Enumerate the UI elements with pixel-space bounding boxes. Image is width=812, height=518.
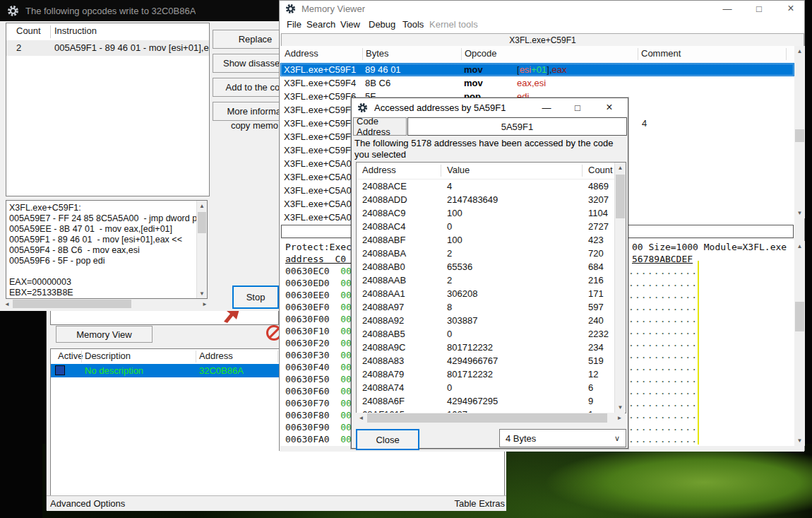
- hex-ascii-row[interactable]: ...........: [628, 326, 698, 336]
- code-address-input[interactable]: 5A59F1: [407, 117, 627, 136]
- menu-kernel-tools[interactable]: Kernel tools: [429, 19, 478, 30]
- dialog-titlebar[interactable]: Accessed addresses by 5A59F1 — □ ×: [352, 98, 628, 117]
- scrollbar-thumb[interactable]: [367, 413, 607, 423]
- menu-file[interactable]: File: [287, 19, 301, 30]
- col-address[interactable]: Address: [362, 165, 396, 175]
- scroll-up-icon[interactable]: ▲: [615, 163, 626, 173]
- hexview-vscrollbar[interactable]: ▲ ▼: [794, 241, 805, 446]
- accessed-row[interactable]: 24088ABF100423: [357, 233, 611, 247]
- maximize-icon[interactable]: □: [748, 1, 770, 16]
- hex-ascii-row[interactable]: ...........: [628, 374, 698, 384]
- accessed-row[interactable]: 24088AB502232: [357, 327, 611, 341]
- col-count[interactable]: Count: [588, 165, 613, 175]
- accessed-row[interactable]: 24088A9C801712232234: [357, 341, 611, 354]
- disassembler-column-header[interactable]: Address Bytes Opcode Comment: [280, 46, 794, 62]
- col-instruction[interactable]: Instruction: [54, 25, 97, 36]
- maximize-icon[interactable]: □: [567, 98, 588, 117]
- hex-ascii-row[interactable]: ...........: [628, 302, 698, 312]
- scroll-left-icon[interactable]: ◄: [356, 413, 366, 423]
- disassembly-info-panel[interactable]: X3FL.exe+C59F1:005A59E7 - FF 24 85 8C5A5…: [6, 200, 208, 299]
- accessed-row[interactable]: 24088AAB2216: [357, 273, 611, 287]
- opcodes-list[interactable]: Count Instruction 2 005A59F1 - 89 46 01 …: [6, 23, 210, 196]
- memory-viewer-titlebar[interactable]: Memory Viewer — □ ×: [280, 1, 804, 16]
- scroll-down-icon[interactable]: ▼: [197, 288, 207, 298]
- scroll-left-icon[interactable]: ◄: [2, 299, 12, 309]
- hex-ascii-row[interactable]: ...........: [628, 362, 698, 372]
- stop-button[interactable]: Stop: [232, 286, 279, 309]
- active-checkbox[interactable]: [55, 365, 65, 375]
- col-active[interactable]: Active: [58, 351, 83, 361]
- memory-view-button[interactable]: Memory View: [56, 326, 153, 343]
- disasm-row[interactable]: X3FL.exe+C59F189 46 01mov[esi+01],eax: [280, 63, 794, 76]
- scrollbar-thumb[interactable]: [616, 175, 625, 218]
- hex-ascii-row[interactable]: ...........: [628, 338, 698, 348]
- scrollbar-thumb[interactable]: [795, 302, 804, 331]
- menu-view[interactable]: View: [340, 19, 360, 30]
- dialog-vscrollbar[interactable]: ▲ ▼: [614, 163, 626, 413]
- accessed-addresses-list[interactable]: Address Value Count 24088ACE4486924088AD…: [356, 162, 626, 413]
- hex-ascii-row[interactable]: ...........: [628, 386, 698, 396]
- menu-tools[interactable]: Tools: [402, 19, 424, 30]
- accessed-row[interactable]: 24088A7980171223212: [357, 367, 611, 381]
- disasm-row[interactable]: X3FL.exe+C59F48B C6moveax,esi: [280, 76, 794, 90]
- disassembler-address-bar[interactable]: X3FL.exe+C59F1: [281, 33, 804, 47]
- dialog-hscrollbar[interactable]: ◄ ►: [356, 413, 625, 423]
- hex-ascii-row[interactable]: ...........: [628, 290, 698, 300]
- hex-ascii-row[interactable]: ...........: [628, 350, 698, 360]
- hex-ascii-row[interactable]: ...........: [628, 314, 698, 324]
- col-opcode[interactable]: Opcode: [465, 48, 497, 59]
- menu-debug[interactable]: Debug: [369, 19, 395, 30]
- col-value[interactable]: Value: [447, 165, 470, 175]
- accessed-row[interactable]: 24088A834294966767519: [357, 354, 611, 367]
- col-bytes[interactable]: Bytes: [366, 48, 389, 59]
- accessed-row[interactable]: 24088AB065536684: [357, 260, 611, 273]
- close-icon[interactable]: ×: [599, 98, 620, 117]
- scrollbar-thumb[interactable]: [795, 129, 804, 142]
- accessed-row[interactable]: 24088A6F42949672959: [357, 394, 611, 408]
- col-address[interactable]: Address: [199, 351, 233, 361]
- close-icon[interactable]: ×: [780, 1, 801, 16]
- dialog-info-text: The following 5178 addresses have been a…: [354, 138, 626, 160]
- opcodes-window-titlebar[interactable]: The following opcodes write to 32C0B86A: [0, 0, 297, 21]
- close-button[interactable]: Close: [356, 429, 419, 450]
- hex-ascii-row[interactable]: ...........: [628, 266, 698, 276]
- accessed-row[interactable]: 24088ADD21474836493207: [357, 193, 611, 206]
- accessed-row[interactable]: 24088A978597: [357, 300, 611, 314]
- scroll-down-icon[interactable]: ▼: [794, 435, 805, 446]
- scroll-right-icon[interactable]: ►: [200, 299, 210, 309]
- accessed-row[interactable]: 24088AC402727: [357, 220, 611, 233]
- hex-ascii-row[interactable]: ...........: [628, 410, 698, 420]
- accessed-row[interactable]: 24088ABA2720: [357, 247, 611, 260]
- scroll-up-icon[interactable]: ▲: [794, 241, 805, 252]
- accessed-row[interactable]: 24088A92303887240: [357, 314, 611, 327]
- disassembler-vscrollbar[interactable]: ▲ ▼: [794, 46, 805, 218]
- hex-ascii-row[interactable]: ...........: [628, 434, 698, 445]
- scrollbar-thumb[interactable]: [13, 300, 131, 308]
- col-count[interactable]: Count: [16, 25, 41, 36]
- hex-ascii-row[interactable]: ...........: [628, 278, 698, 288]
- accessed-row[interactable]: 24088AC91001104: [357, 206, 611, 220]
- accessed-row[interactable]: 24088AA1306208171: [357, 287, 611, 300]
- scroll-up-icon[interactable]: ▲: [197, 201, 207, 211]
- hex-ascii-row[interactable]: ...........: [628, 398, 698, 408]
- info-panel-hscrollbar[interactable]: ◄ ►: [2, 299, 210, 309]
- scroll-down-icon[interactable]: ▼: [794, 208, 805, 218]
- opcodes-window-title: The following opcodes write to 32C0B86A: [25, 6, 196, 16]
- scroll-up-icon[interactable]: ▲: [794, 46, 805, 57]
- accessed-row[interactable]: 24088ACE44869: [357, 179, 611, 193]
- col-description[interactable]: Description: [85, 351, 131, 361]
- accessed-row[interactable]: 24088A7406: [357, 381, 611, 394]
- advanced-options-link[interactable]: Advanced Options: [50, 498, 125, 509]
- menu-search[interactable]: Search: [306, 19, 335, 30]
- scrollbar-thumb[interactable]: [198, 212, 206, 233]
- col-address[interactable]: Address: [285, 48, 318, 59]
- scroll-right-icon[interactable]: ►: [614, 413, 625, 423]
- minimize-icon[interactable]: —: [717, 1, 738, 16]
- scroll-down-icon[interactable]: ▼: [615, 402, 626, 413]
- opcode-row[interactable]: 2 005A59F1 - 89 46 01 - mov [esi+01],eax: [6, 41, 209, 56]
- hex-ascii-row[interactable]: ...........: [628, 422, 698, 432]
- col-comment[interactable]: Comment: [641, 48, 681, 59]
- value-type-dropdown[interactable]: 4 Bytes ∨: [499, 429, 626, 447]
- table-extras-link[interactable]: Table Extras: [454, 498, 505, 509]
- minimize-icon[interactable]: —: [536, 98, 557, 117]
